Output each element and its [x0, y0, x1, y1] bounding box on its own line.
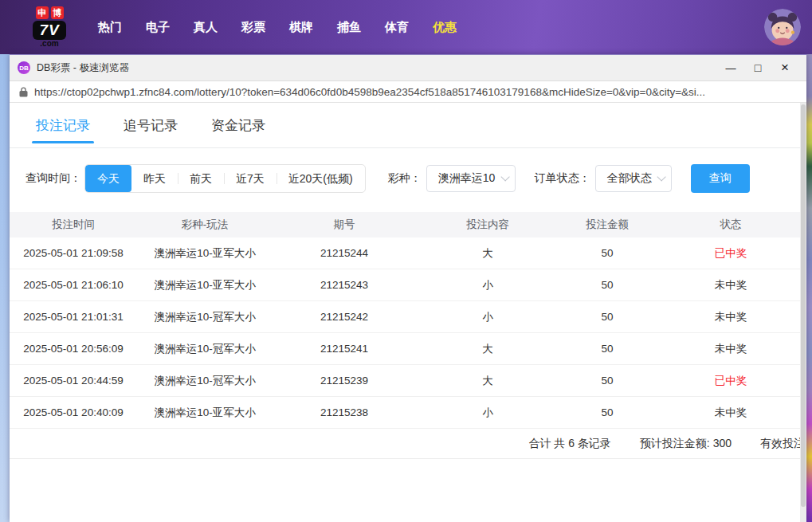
maximize-icon[interactable]: □ [744, 61, 771, 74]
column-header: 投注时间 [10, 212, 137, 237]
cell-status: 未中奖 [655, 333, 806, 365]
summary-item: 合计 共 6 条记录 [528, 437, 610, 451]
browser-window: DB DB彩票 - 极速浏览器 — □ × https://ctop02pchw… [10, 54, 806, 522]
order-status-select[interactable]: 全部状态 [595, 165, 672, 192]
logo-badge-bo: 博 [51, 6, 64, 19]
cell-game: 澳洲幸运10-亚军大小 [137, 397, 273, 429]
cell-issue: 21215243 [273, 269, 416, 301]
nav-item[interactable]: 电子 [134, 0, 182, 54]
cell-time: 2025-05-01 21:01:31 [10, 301, 137, 333]
time-option[interactable]: 今天 [85, 165, 131, 192]
table-row: 2025-05-01 21:01:31澳洲幸运10-冠军大小21215242小5… [10, 301, 806, 333]
table-header: 投注时间彩种-玩法期号投注内容投注金额状态 [10, 212, 806, 237]
cell-status: 已中奖 [655, 237, 806, 269]
window-title: DB彩票 - 极速浏览器 [37, 61, 129, 75]
time-filter-label: 查询时间： [25, 171, 81, 186]
status-filter-label: 订单状态： [535, 171, 590, 186]
site-navbar: 申 博 7V .com 热门电子真人彩票棋牌捕鱼体育优惠 [0, 0, 812, 54]
cell-issue: 21215242 [273, 301, 416, 333]
cell-content: 小 [416, 301, 559, 333]
column-header: 状态 [655, 212, 806, 237]
window-titlebar[interactable]: DB DB彩票 - 极速浏览器 — □ × [10, 55, 806, 80]
page-content: 投注记录追号记录资金记录 查询时间： 今天昨天前天近7天近20天(低频) 彩种：… [10, 103, 806, 522]
cell-amount: 50 [559, 237, 655, 269]
lottery-select[interactable]: 澳洲幸运10 [426, 165, 516, 192]
time-filter-group: 今天昨天前天近7天近20天(低频) [84, 164, 366, 193]
cell-content: 小 [416, 397, 559, 429]
query-button[interactable]: 查询 [691, 164, 750, 193]
nav-item[interactable]: 捕鱼 [325, 0, 373, 54]
nav-item[interactable]: 热门 [86, 0, 134, 54]
cell-amount: 50 [559, 269, 655, 301]
column-header: 投注金额 [559, 212, 655, 237]
time-option[interactable]: 近20天(低频) [277, 165, 365, 192]
cell-amount: 50 [559, 397, 655, 429]
logo-badge-shen: 申 [36, 6, 49, 19]
cell-content: 小 [416, 269, 559, 301]
record-tabs: 投注记录追号记录资金记录 [10, 103, 806, 148]
vertical-scrollbar[interactable] [800, 103, 806, 522]
cell-status: 未中奖 [655, 397, 806, 429]
cell-content: 大 [416, 333, 559, 365]
scrollbar-thumb[interactable] [801, 104, 806, 507]
cell-issue: 21215239 [273, 365, 416, 397]
cell-time: 2025-05-01 21:09:58 [10, 237, 137, 269]
time-option[interactable]: 昨天 [131, 165, 178, 192]
filter-bar: 查询时间： 今天昨天前天近7天近20天(低频) 彩种： 澳洲幸运10 订单状态：… [10, 164, 806, 193]
minimize-icon[interactable]: — [717, 62, 744, 74]
lock-icon [19, 87, 28, 97]
table-row: 2025-05-01 20:40:09澳洲幸运10-亚军大小21215238小5… [10, 397, 806, 429]
summary-item: 预计投注金额: 300 [640, 437, 732, 451]
time-option[interactable]: 前天 [178, 165, 224, 192]
address-bar[interactable]: https://ctop02pchwp1.zfnc84.com/lottery/… [10, 80, 806, 103]
cell-time: 2025-05-01 21:06:10 [10, 269, 137, 301]
cell-game: 澳洲幸运10-冠军大小 [137, 365, 273, 397]
cell-status: 已中奖 [655, 365, 806, 397]
desktop: 申 博 7V .com 热门电子真人彩票棋牌捕鱼体育优惠 [0, 0, 812, 522]
url-text: https://ctop02pchwp1.zfnc84.com/lottery/… [34, 86, 705, 98]
site-nav-menu: 热门电子真人彩票棋牌捕鱼体育优惠 [86, 0, 469, 54]
cell-time: 2025-05-01 20:44:59 [10, 365, 137, 397]
cell-amount: 50 [559, 301, 655, 333]
logo-badges: 申 博 [36, 6, 64, 19]
status-select-value: 全部状态 [607, 171, 652, 186]
table-body: 2025-05-01 21:09:58澳洲幸运10-亚军大小21215244大5… [10, 237, 806, 429]
close-icon[interactable]: × [771, 60, 798, 76]
site-logo[interactable]: 申 博 7V .com [24, 6, 75, 48]
cell-game: 澳洲幸运10-亚军大小 [137, 237, 273, 269]
table-row: 2025-05-01 21:06:10澳洲幸运10-亚军大小21215243小5… [10, 269, 806, 301]
cell-amount: 50 [559, 333, 655, 365]
nav-item[interactable]: 体育 [373, 0, 421, 54]
chevron-down-icon [657, 172, 665, 181]
lottery-filter-label: 彩种： [388, 171, 422, 186]
cell-game: 澳洲幸运10-亚军大小 [137, 269, 273, 301]
avatar-girl-icon [764, 9, 801, 45]
nav-item[interactable]: 棋牌 [277, 0, 325, 54]
time-option[interactable]: 近7天 [224, 165, 277, 192]
tab-bet-records[interactable]: 投注记录 [36, 103, 90, 147]
window-controls: — □ × [717, 60, 798, 76]
lottery-select-value: 澳洲幸运10 [438, 171, 496, 186]
user-avatar[interactable] [764, 9, 801, 45]
cell-status: 未中奖 [655, 269, 806, 301]
browser-favicon: DB [18, 61, 30, 74]
cell-content: 大 [416, 365, 559, 397]
table-row: 2025-05-01 20:44:59澳洲幸运10-冠军大小21215239大5… [10, 365, 806, 397]
cell-amount: 50 [559, 365, 655, 397]
logo-com: .com [40, 39, 58, 48]
cell-issue: 21215244 [273, 237, 416, 269]
page-left-edge [0, 54, 10, 522]
tab-chase-records[interactable]: 追号记录 [124, 103, 178, 147]
nav-item[interactable]: 彩票 [229, 0, 277, 54]
tab-fund-records[interactable]: 资金记录 [211, 103, 265, 147]
column-header: 投注内容 [416, 212, 559, 237]
cell-game: 澳洲幸运10-冠军大小 [137, 301, 273, 333]
cell-time: 2025-05-01 20:56:09 [10, 333, 137, 365]
cell-issue: 21215241 [273, 333, 416, 365]
nav-item[interactable]: 优惠 [421, 0, 469, 54]
cell-game: 澳洲幸运10-冠军大小 [137, 333, 273, 365]
nav-item[interactable]: 真人 [182, 0, 229, 54]
chevron-down-icon [500, 172, 509, 181]
table-row: 2025-05-01 21:09:58澳洲幸运10-亚军大小21215244大5… [10, 237, 806, 269]
column-header: 彩种-玩法 [137, 212, 273, 237]
